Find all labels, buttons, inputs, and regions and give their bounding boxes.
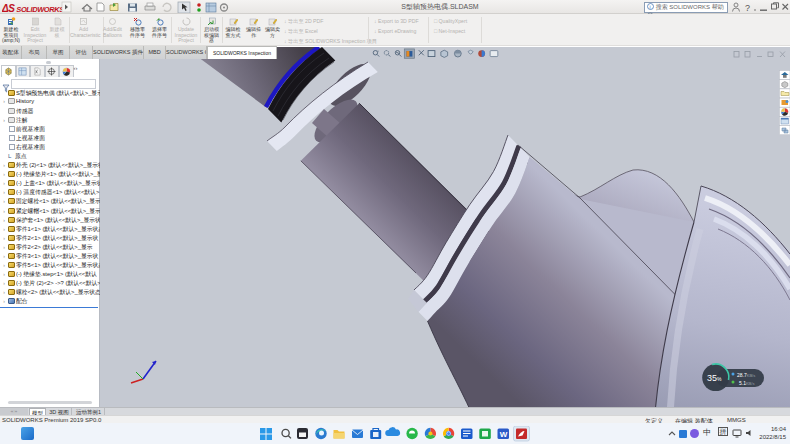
- svg-text:5.1KB/s: 5.1KB/s: [739, 380, 754, 386]
- svg-text:W: W: [500, 430, 508, 439]
- svg-text:28.7KB/s: 28.7KB/s: [737, 372, 755, 378]
- svg-text:i: i: [650, 3, 651, 9]
- svg-text:?: ?: [745, 3, 750, 13]
